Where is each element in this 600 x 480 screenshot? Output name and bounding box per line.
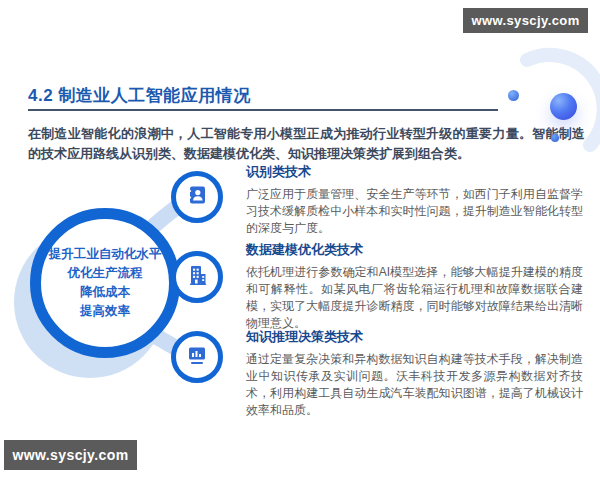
- chart-board-icon: [185, 343, 209, 371]
- center-circle: 提升工业自动化水平 优化生产流程 降低成本 提高效率: [30, 208, 180, 358]
- section-recognition: 识别类技术 广泛应用于质量管理、安全生产等环节，如西门子利用自监督学习技术缓解质…: [246, 163, 583, 237]
- gradient-sphere-dot: [551, 134, 559, 142]
- section-title: 数据建模优化类技术: [246, 241, 583, 259]
- icon-circle-knowledge: [171, 331, 223, 383]
- center-line: 降低成本: [49, 283, 162, 302]
- section-modeling: 数据建模优化类技术 依托机理进行参数确定和AI模型选择，能够大幅提升建模的精度和…: [246, 241, 583, 332]
- section-title: 知识推理决策类技术: [246, 328, 583, 346]
- center-line: 提高效率: [49, 302, 162, 321]
- section-body: 通过定量复杂决策和异构数据知识自构建等技术手段，解决制造业中知识传承及实训问题。…: [246, 351, 583, 419]
- gradient-sphere-small: [508, 90, 519, 101]
- icon-circle-recognition: [171, 171, 223, 223]
- gradient-sphere-large: [550, 93, 577, 120]
- center-line: 提升工业自动化水平: [49, 245, 162, 264]
- section-body: 广泛应用于质量管理、安全生产等环节，如西门子利用自监督学习技术缓解质检中小样本和…: [246, 186, 583, 237]
- id-card-icon: [185, 183, 209, 211]
- section-body: 依托机理进行参数确定和AI模型选择，能够大幅提升建模的精度和可解释性。如某风电厂…: [246, 264, 583, 332]
- building-icon: [185, 263, 209, 291]
- center-line: 优化生产流程: [49, 264, 162, 283]
- slide: www.syscjy.com 4.2 制造业人工智能应用情况 在制造业智能化的浪…: [0, 0, 600, 480]
- center-circle-text: 提升工业自动化水平 优化生产流程 降低成本 提高效率: [49, 245, 162, 321]
- section-knowledge: 知识推理决策类技术 通过定量复杂决策和异构数据知识自构建等技术手段，解决制造业中…: [246, 328, 583, 419]
- section-title: 识别类技术: [246, 163, 583, 181]
- icon-circle-modeling: [171, 251, 223, 303]
